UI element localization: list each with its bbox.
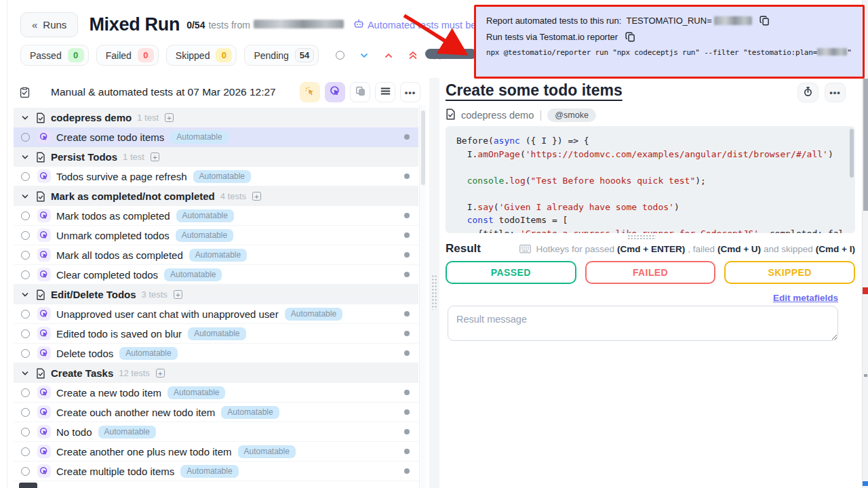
filter-chip-passed[interactable]: Passed0 [20,45,89,66]
automated-test-icon [37,248,51,262]
stopwatch-icon [803,86,813,100]
filter-chip-skipped[interactable]: Skipped0 [166,45,237,66]
test-row[interactable]: Create a new todo itemAutomatable [14,383,418,403]
status-dot [404,331,410,336]
test-select-radio[interactable] [21,133,30,142]
add-test-icon[interactable]: + [165,113,174,122]
test-row[interactable]: Create ouch another new todo itemAutomat… [14,403,418,422]
result-message-input[interactable] [448,306,838,341]
status-dot [404,213,410,218]
chevron-down-icon[interactable] [20,369,30,378]
list-view-button[interactable] [375,82,395,102]
code-scrollbar-thumb[interactable] [850,129,854,178]
status-dot [404,272,410,277]
suite-row[interactable]: Create Tasks12 tests+ [14,363,418,383]
test-select-radio[interactable] [21,388,30,397]
automated-tests-toggle[interactable] [325,82,345,102]
unchecked-circle-icon[interactable] [336,51,344,60]
suite-title: codepress demo [51,112,132,123]
chevron-down-icon[interactable] [359,51,369,60]
test-select-radio[interactable] [21,310,30,319]
panel-resize-divider[interactable] [429,78,439,488]
automatable-badge: Automatable [119,347,177,360]
report-run-label: Report automated tests to this run: [486,16,621,26]
mark-skipped-button[interactable]: SKIPPED [724,261,855,284]
automated-test-icon [37,445,51,458]
test-select-radio[interactable] [21,231,30,240]
copy-icon[interactable] [625,32,635,42]
status-dot [404,232,410,238]
automatable-badge: Automatable [98,426,156,439]
chevron-down-icon[interactable] [20,291,30,299]
test-list-scrollbar[interactable] [419,105,426,488]
status-dot [404,134,410,140]
timer-button[interactable] [797,83,818,102]
automated-test-icon [37,228,51,242]
test-row[interactable]: Edited todo is saved on blurAutomatable [14,324,418,344]
more-options-button[interactable]: ••• [400,82,420,102]
redacted-source-name [254,20,344,28]
mark-passed-button[interactable]: PASSED [446,261,576,284]
edit-metafields-link[interactable]: Edit metafields [773,293,838,303]
suite-link[interactable]: codepress demo [461,110,534,121]
test-select-radio[interactable] [21,467,30,476]
test-row[interactable]: Create multiple todo itemsAutomatable [14,462,418,481]
suite-row[interactable]: Edit/Delete Todos3 tests+ [14,285,418,304]
test-row[interactable]: Unmark completed todosAutomatable [14,226,418,245]
manual-tests-toggle[interactable] [300,82,320,102]
add-test-icon[interactable]: + [252,192,261,201]
test-row[interactable]: Create some todo itemsAutomatable [14,127,418,147]
test-row[interactable]: Clear completed todosAutomatable [14,265,418,285]
scrollbar-thumb[interactable] [863,79,868,211]
copy-tests-button[interactable] [350,82,370,102]
test-row[interactable]: Mark todos as completedAutomatable [14,206,418,226]
test-list: codepress demo1 test+Create some todo it… [14,108,418,488]
test-select-radio[interactable] [21,408,30,417]
test-select-radio[interactable] [21,251,30,260]
code-line: const todoItems = [ [456,214,855,227]
test-select-radio[interactable] [21,211,30,220]
copy-icon[interactable] [760,16,770,26]
suite-row[interactable]: Mark as completed/not completed4 tests+ [14,186,418,206]
hamburger-icon [380,87,391,98]
filter-chip-pending[interactable]: Pending54 [244,45,319,66]
chevron-down-icon[interactable] [20,153,30,161]
test-row[interactable]: Delete todosAutomatable [14,344,418,363]
test-row[interactable]: No todoAutomatable [14,422,418,442]
test-select-radio[interactable] [21,447,30,456]
detail-more-button[interactable]: ••• [825,83,846,102]
filter-count-badge: 0 [216,48,232,62]
test-row[interactable]: Unapproved user cant chat with unapprove… [14,304,418,324]
clipboard-check-icon[interactable] [19,87,31,98]
filter-chip-failed[interactable]: Failed0 [96,45,159,66]
test-select-radio[interactable] [21,172,30,181]
back-to-runs-button[interactable]: « Runs [20,12,78,37]
suite-row[interactable]: codepress demo1 test+ [14,108,418,127]
file-check-icon [446,108,456,122]
test-row[interactable]: Mark all todos as completedAutomatable [14,245,418,265]
test-row[interactable]: Create another one plus new todo itemAut… [14,442,418,462]
test-detail-title[interactable]: Create some todo items [446,81,623,100]
double-chevron-up-icon[interactable] [408,50,418,60]
test-select-radio[interactable] [21,428,30,436]
code-resize-grip[interactable] [627,235,656,239]
test-row[interactable]: Todos survive a page refreshAutomatable [14,167,418,186]
tag-badge[interactable]: @smoke [547,108,596,122]
test-select-radio[interactable] [21,329,30,338]
chevron-down-icon[interactable] [20,192,30,201]
chevron-up-icon[interactable] [384,51,393,60]
suite-row[interactable]: Persist Todos1 test+ [14,147,418,167]
chevron-down-icon[interactable] [20,114,30,122]
test-select-radio[interactable] [21,270,30,279]
filter-count-badge: 0 [138,48,154,62]
file-check-icon [36,289,45,300]
test-select-radio[interactable] [21,349,30,358]
reporter-command[interactable]: npx @testomatio/reporter run "npx codece… [486,48,863,57]
progress-bar [425,49,477,59]
add-test-icon[interactable]: + [156,369,165,378]
add-test-icon[interactable]: + [151,152,159,161]
mark-failed-button[interactable]: FAILED [585,261,716,284]
scrollbar-red-marker [863,287,868,294]
add-test-icon[interactable]: + [174,290,182,299]
file-check-icon [36,152,45,163]
